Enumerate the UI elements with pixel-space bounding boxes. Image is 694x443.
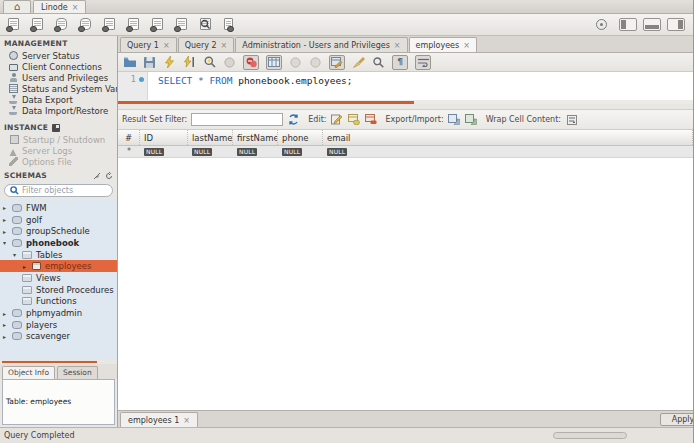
open-script-icon[interactable] — [123, 56, 136, 69]
tab-administration[interactable]: Administration - Users and Privileges × — [235, 37, 407, 52]
execute-icon[interactable] — [163, 56, 176, 69]
invisible-chars-toggle-button[interactable]: ¶ — [392, 55, 408, 70]
result-filter-input[interactable] — [191, 113, 283, 126]
edit-record-icon[interactable] — [331, 114, 344, 126]
toggle-stop-on-error-button[interactable] — [243, 55, 259, 70]
schema-node-groupschedule[interactable]: ▸ groupSchedule — [0, 225, 117, 237]
preferences-icon[interactable] — [222, 18, 237, 32]
search-table-data-icon[interactable] — [198, 18, 213, 32]
import-records-icon[interactable] — [465, 114, 478, 126]
tab-query-2[interactable]: Query 2 × — [178, 37, 235, 52]
sidebar-splitter[interactable] — [0, 359, 117, 364]
chevron-right-icon[interactable]: ▸ — [3, 204, 12, 211]
close-icon[interactable]: × — [183, 416, 190, 425]
sidebar-item-startup-shutdown[interactable]: Startup / Shutdown — [0, 134, 117, 145]
column-header-lastname[interactable]: lastName — [188, 130, 233, 145]
column-header-phone[interactable]: phone — [278, 130, 323, 145]
schema-node-phonebook[interactable]: ▾ phonebook — [0, 237, 117, 249]
toggle-right-panel-button[interactable] — [667, 18, 685, 31]
refresh-icon[interactable] — [287, 114, 300, 126]
tab-employees[interactable]: employees × — [409, 37, 477, 52]
close-icon[interactable]: × — [72, 3, 79, 12]
schema-node-scavenger[interactable]: ▸ scavenger — [0, 331, 117, 343]
schema-node-fwm[interactable]: ▸ FWM — [0, 202, 117, 214]
result-tab-employees-1[interactable]: employees 1 × — [120, 412, 198, 427]
chevron-right-icon[interactable]: ▸ — [3, 310, 12, 317]
sidebar-item-status-system-variables[interactable]: Status and System Variables — [0, 83, 117, 94]
new-function-icon[interactable] — [150, 18, 165, 32]
chevron-down-icon[interactable]: ▾ — [3, 239, 12, 246]
chevron-right-icon[interactable]: ▸ — [3, 228, 12, 235]
connection-tab-linode[interactable]: Linode × — [33, 0, 86, 13]
explain-icon[interactable] — [203, 56, 216, 69]
tree-node-tables[interactable]: ▾ Tables — [0, 249, 117, 261]
limit-rows-button[interactable] — [266, 55, 282, 70]
cell-phone[interactable]: NULL — [278, 148, 323, 156]
schema-node-phpmyadmin[interactable]: ▸ phpmyadmin — [0, 307, 117, 319]
editor-hscrollbar[interactable] — [118, 100, 693, 104]
close-icon[interactable]: × — [221, 41, 228, 50]
sidebar-item-users-privileges[interactable]: Users and Privileges — [0, 72, 117, 83]
find-icon[interactable] — [372, 56, 385, 69]
column-header-rownum[interactable]: # — [118, 130, 140, 145]
beautify-icon[interactable] — [352, 56, 365, 69]
schema-node-players[interactable]: ▸ players — [0, 319, 117, 331]
close-icon[interactable]: × — [394, 41, 401, 50]
execute-current-icon[interactable] — [183, 56, 196, 69]
schema-node-golf[interactable]: ▸ golf — [0, 214, 117, 226]
result-grid-body[interactable] — [118, 158, 693, 410]
tab-object-info[interactable]: Object Info — [2, 366, 55, 379]
cell-email[interactable]: NULL — [323, 148, 693, 156]
table-row-new[interactable]: * NULL NULL NULL NULL NULL — [118, 146, 693, 158]
schema-filter-input[interactable]: Filter objects — [4, 184, 113, 197]
tree-node-employees[interactable]: ▸ employees — [0, 260, 117, 272]
tree-node-stored-procedures[interactable]: Stored Procedures — [0, 284, 117, 296]
cell-lastname[interactable]: NULL — [188, 148, 233, 156]
column-header-firstname[interactable]: firstName — [233, 130, 278, 145]
cell-id[interactable]: NULL — [140, 148, 188, 156]
editor-hscroll-thumb[interactable] — [118, 101, 414, 104]
sidebar-item-data-export[interactable]: Data Export — [0, 94, 117, 105]
new-stored-procedure-icon[interactable] — [126, 18, 141, 32]
wrap-toggle-icon[interactable] — [565, 114, 578, 126]
new-schema-icon[interactable] — [54, 18, 69, 32]
tree-node-functions[interactable]: Functions — [0, 296, 117, 308]
sql-code-line[interactable]: SELECT * FROM phonebook.employees; — [148, 72, 353, 100]
save-script-icon[interactable] — [143, 56, 156, 69]
new-trigger-icon[interactable] — [174, 18, 189, 32]
close-icon[interactable]: × — [163, 41, 170, 50]
sidebar-item-client-connections[interactable]: Client Connections — [0, 61, 117, 72]
toggle-autocommit-button[interactable] — [329, 55, 345, 70]
refresh-schemas-icon[interactable] — [105, 172, 113, 180]
new-sql-tab-icon[interactable] — [6, 18, 21, 32]
tab-query-1[interactable]: Query 1 × — [120, 37, 177, 52]
export-recordset-icon[interactable] — [448, 114, 461, 126]
sql-editor[interactable]: 1 SELECT * FROM phonebook.employees; — [118, 72, 693, 100]
home-tab[interactable]: ⌂ — [3, 0, 31, 13]
new-view-icon[interactable] — [102, 18, 117, 32]
chevron-right-icon[interactable]: ▸ — [3, 321, 12, 328]
chevron-right-icon[interactable]: ▸ — [3, 333, 12, 340]
tab-session[interactable]: Session — [57, 366, 98, 379]
add-record-icon[interactable] — [348, 114, 361, 126]
delete-record-icon[interactable] — [365, 114, 378, 126]
toggle-left-panel-button[interactable] — [619, 18, 637, 31]
sidebar-item-options-file[interactable]: Options File — [0, 156, 117, 167]
sidebar-item-data-import[interactable]: Data Import/Restore — [0, 105, 117, 116]
column-header-id[interactable]: ID — [140, 130, 188, 145]
close-icon[interactable]: × — [463, 41, 470, 50]
toggle-output-area-button[interactable] — [643, 18, 661, 31]
chevron-right-icon[interactable]: ▸ — [23, 263, 32, 270]
apply-button[interactable]: Apply — [660, 413, 693, 426]
chevron-down-icon[interactable]: ▾ — [13, 251, 22, 258]
tree-node-views[interactable]: Views — [0, 272, 117, 284]
sidebar-item-server-logs[interactable]: Server Logs — [0, 145, 117, 156]
status-scrollbar-thumb[interactable] — [553, 432, 627, 439]
chevron-right-icon[interactable]: ▸ — [3, 216, 12, 223]
wrap-text-toggle-button[interactable] — [415, 55, 431, 70]
splitter-handle[interactable] — [2, 361, 97, 363]
column-header-email[interactable]: email — [323, 130, 693, 145]
expand-collapse-icon[interactable] — [93, 172, 101, 180]
new-table-icon[interactable] — [78, 18, 93, 32]
cell-firstname[interactable]: NULL — [233, 148, 278, 156]
